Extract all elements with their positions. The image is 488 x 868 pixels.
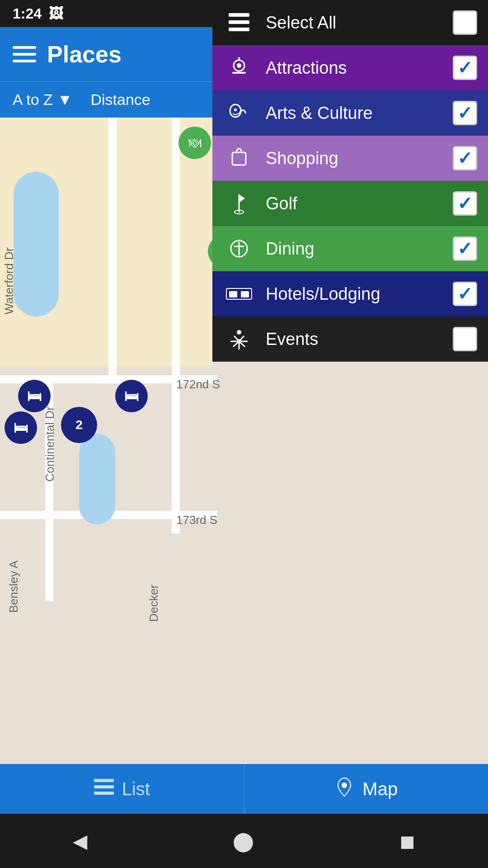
map-pin-hotel-2[interactable]: 🛏 (115, 380, 148, 412)
filter-attractions[interactable]: Attractions ✓ (212, 45, 488, 90)
golf-checkbox[interactable]: ✓ (453, 191, 477, 216)
photo-icon: 🖼 (49, 5, 63, 22)
shopping-checkbox[interactable]: ✓ (453, 146, 477, 170)
map-cluster-2[interactable]: 2 (61, 407, 97, 443)
svg-rect-5 (232, 72, 246, 74)
events-icon (223, 323, 255, 355)
svg-point-27 (237, 330, 241, 335)
svg-rect-18 (241, 291, 249, 297)
filter-select-all[interactable]: Select All (212, 0, 488, 45)
shopping-label: Shopping (266, 149, 442, 168)
chevron-down-icon: ▼ (57, 91, 73, 108)
dining-icon (223, 233, 255, 264)
hotels-icon (223, 278, 255, 310)
filter-hotels[interactable]: Hotels/Lodging ✓ (212, 271, 488, 316)
map-icon (334, 777, 354, 801)
svg-rect-9 (232, 152, 246, 165)
home-button[interactable]: ⬤ (233, 830, 254, 852)
svg-point-8 (234, 108, 237, 111)
filter-dropdown: Select All Attractions ✓ Arts & (212, 0, 488, 362)
filter-events[interactable]: Events (212, 316, 488, 362)
sort-distance-label: Distance (90, 91, 150, 108)
shopping-icon (223, 142, 255, 174)
arts-icon (223, 97, 255, 129)
bottom-tabs: List Map (0, 764, 488, 814)
road-label-173: 173rd S (176, 513, 217, 527)
hotels-label: Hotels/Lodging (266, 284, 442, 304)
dining-label: Dining (266, 239, 442, 259)
tab-list[interactable]: List (0, 764, 244, 814)
filter-golf[interactable]: Golf ✓ (212, 181, 488, 226)
arts-label: Arts & Culture (266, 104, 442, 123)
attractions-label: Attractions (266, 58, 442, 78)
dining-checkbox[interactable]: ✓ (453, 236, 477, 261)
svg-marker-11 (239, 194, 245, 203)
svg-point-4 (237, 63, 241, 68)
road-label-waterford: Waterford Dr (2, 248, 16, 315)
list-icon (94, 779, 114, 799)
svg-rect-30 (94, 792, 114, 795)
road-label-continental: Continental Dr (43, 406, 57, 481)
attractions-icon (223, 52, 255, 84)
arts-checkbox[interactable]: ✓ (453, 101, 477, 125)
sort-atoz[interactable]: A to Z ▼ (13, 91, 72, 108)
attractions-checkbox[interactable]: ✓ (453, 56, 477, 80)
map-tab-label: Map (362, 779, 398, 799)
svg-point-26 (237, 339, 241, 344)
filter-arts[interactable]: Arts & Culture ✓ (212, 90, 488, 136)
svg-rect-29 (94, 785, 114, 788)
road-label-decker: Decker (147, 585, 161, 622)
road-label-bensley: Bensley A (7, 561, 21, 613)
select-all-checkbox[interactable] (453, 10, 477, 35)
svg-rect-28 (94, 779, 114, 782)
svg-rect-2 (229, 28, 249, 31)
select-all-icon (223, 7, 255, 38)
map-pin-hotel-3[interactable]: 🛏 (5, 411, 37, 444)
sort-atoz-label: A to Z (13, 91, 53, 108)
golf-icon (223, 188, 255, 219)
time-display: 1:24 (13, 5, 42, 22)
recents-button[interactable]: ◼ (399, 830, 415, 852)
svg-point-31 (342, 783, 347, 788)
back-button[interactable]: ◀ (73, 830, 87, 852)
svg-rect-17 (229, 291, 237, 297)
select-all-label: Select All (266, 13, 442, 33)
filter-shopping[interactable]: Shopping ✓ (212, 136, 488, 181)
golf-label: Golf (266, 194, 442, 213)
system-nav-bar: ◀ ⬤ ◼ (0, 814, 488, 868)
filter-dining[interactable]: Dining ✓ (212, 226, 488, 271)
tab-map[interactable]: Map (244, 764, 488, 814)
svg-rect-1 (229, 20, 249, 24)
list-tab-label: List (122, 779, 150, 799)
road-label-172: 172nd S (176, 377, 220, 392)
hotels-checkbox[interactable]: ✓ (453, 282, 477, 306)
events-label: Events (266, 330, 442, 349)
menu-button[interactable] (13, 46, 36, 62)
sort-distance[interactable]: Distance (90, 91, 150, 108)
map-pin-hotel-1[interactable]: 🛏 (18, 380, 51, 412)
map-pin-dining[interactable]: 🍽 (178, 127, 211, 159)
svg-rect-0 (229, 13, 249, 17)
events-checkbox[interactable] (453, 327, 477, 351)
